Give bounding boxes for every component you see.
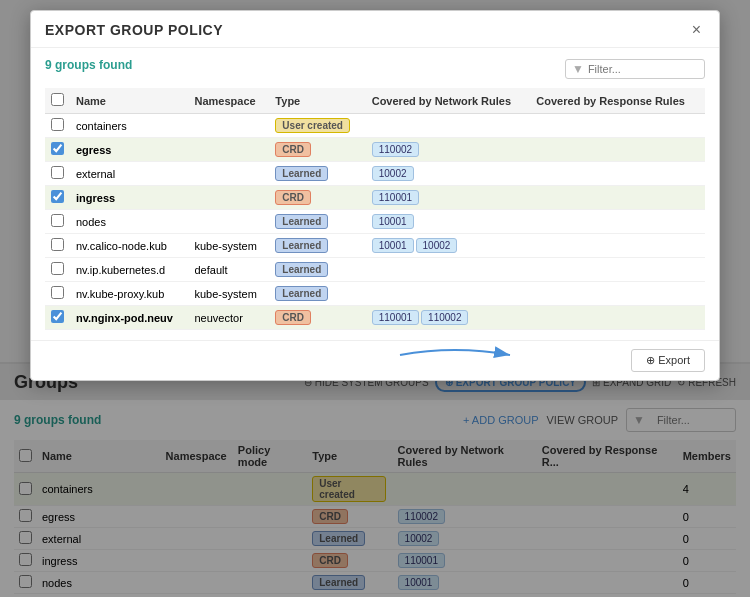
row-network-rules: 110001 — [366, 186, 531, 210]
col-namespace: Namespace — [189, 88, 270, 114]
row-response-rules — [530, 138, 705, 162]
row-checkbox-cell — [45, 186, 70, 210]
row-response-rules — [530, 186, 705, 210]
row-name: nv.calico-node.kub — [70, 234, 189, 258]
modal-header: EXPORT GROUP POLICY × — [31, 11, 719, 48]
network-rule-badge: 10001 — [372, 214, 414, 229]
row-namespace: neuvector — [189, 306, 270, 330]
type-badge: CRD — [275, 310, 311, 325]
row-checkbox[interactable] — [51, 286, 64, 299]
row-type: Learned — [269, 234, 365, 258]
row-checkbox[interactable] — [51, 166, 64, 179]
table-row: nv.calico-node.kubkube-systemLearned1000… — [45, 234, 705, 258]
select-all-checkbox[interactable] — [51, 93, 64, 106]
modal-close-button[interactable]: × — [688, 21, 705, 39]
export-modal: EXPORT GROUP POLICY × 9 groups found ▼ N… — [30, 10, 720, 381]
row-namespace — [189, 186, 270, 210]
type-badge: CRD — [275, 190, 311, 205]
col-response-rules: Covered by Response Rules — [530, 88, 705, 114]
row-checkbox[interactable] — [51, 238, 64, 251]
row-namespace — [189, 210, 270, 234]
row-response-rules — [530, 114, 705, 138]
row-checkbox-cell — [45, 258, 70, 282]
table-row: nv.nginx-pod.neuvneuvectorCRD11000111000… — [45, 306, 705, 330]
table-row: egressCRD110002 — [45, 138, 705, 162]
table-row: containersUser created — [45, 114, 705, 138]
network-rule-badge: 10001 — [372, 238, 414, 253]
row-checkbox[interactable] — [51, 142, 64, 155]
row-checkbox-cell — [45, 114, 70, 138]
row-checkbox[interactable] — [51, 262, 64, 275]
row-name: nv.nginx-pod.neuv — [70, 306, 189, 330]
row-namespace — [189, 138, 270, 162]
network-rule-badge: 110001 — [372, 190, 419, 205]
row-name: ingress — [70, 186, 189, 210]
table-row: ingressCRD110001 — [45, 186, 705, 210]
row-checkbox[interactable] — [51, 190, 64, 203]
modal-table: Name Namespace Type Covered by Network R… — [45, 88, 705, 330]
row-type: CRD — [269, 186, 365, 210]
row-checkbox-cell — [45, 162, 70, 186]
table-row: nv.ip.kubernetes.ddefaultLearned — [45, 258, 705, 282]
row-type: Learned — [269, 162, 365, 186]
row-type: CRD — [269, 306, 365, 330]
row-response-rules — [530, 210, 705, 234]
modal-body: 9 groups found ▼ Name Namespace Type Cov… — [31, 48, 719, 340]
row-network-rules: 110001110002 — [366, 306, 531, 330]
row-namespace — [189, 114, 270, 138]
export-button[interactable]: ⊕ Export — [631, 349, 705, 372]
row-network-rules — [366, 282, 531, 306]
arrow-indicator — [390, 340, 520, 373]
col-checkbox — [45, 88, 70, 114]
modal-title: EXPORT GROUP POLICY — [45, 22, 223, 38]
row-type: Learned — [269, 210, 365, 234]
row-checkbox[interactable] — [51, 310, 64, 323]
row-checkbox[interactable] — [51, 118, 64, 131]
row-network-rules: 1000110002 — [366, 234, 531, 258]
network-rule-badge: 10002 — [416, 238, 458, 253]
network-rule-badge: 10002 — [372, 166, 414, 181]
modal-filter-icon: ▼ — [572, 62, 584, 76]
row-response-rules — [530, 258, 705, 282]
modal-groups-found: 9 groups found — [45, 58, 132, 72]
row-name: external — [70, 162, 189, 186]
row-network-rules: 110002 — [366, 138, 531, 162]
row-name: egress — [70, 138, 189, 162]
row-type: Learned — [269, 258, 365, 282]
col-type: Type — [269, 88, 365, 114]
row-network-rules: 10001 — [366, 210, 531, 234]
row-namespace: kube-system — [189, 282, 270, 306]
row-namespace: kube-system — [189, 234, 270, 258]
table-row: nodesLearned10001 — [45, 210, 705, 234]
row-type: User created — [269, 114, 365, 138]
modal-filter-wrapper: ▼ — [565, 59, 705, 79]
row-namespace — [189, 162, 270, 186]
type-badge: Learned — [275, 166, 328, 181]
row-name: nv.ip.kubernetes.d — [70, 258, 189, 282]
row-network-rules: 10002 — [366, 162, 531, 186]
row-checkbox-cell — [45, 234, 70, 258]
row-type: Learned — [269, 282, 365, 306]
row-name: containers — [70, 114, 189, 138]
row-response-rules — [530, 234, 705, 258]
row-response-rules — [530, 162, 705, 186]
type-badge: Learned — [275, 262, 328, 277]
row-checkbox[interactable] — [51, 214, 64, 227]
row-name: nodes — [70, 210, 189, 234]
table-row: nv.kube-proxy.kubkube-systemLearned — [45, 282, 705, 306]
table-row: externalLearned10002 — [45, 162, 705, 186]
network-rule-badge: 110001 — [372, 310, 419, 325]
row-checkbox-cell — [45, 282, 70, 306]
col-network-rules: Covered by Network Rules — [366, 88, 531, 114]
row-name: nv.kube-proxy.kub — [70, 282, 189, 306]
row-checkbox-cell — [45, 210, 70, 234]
modal-filter-input[interactable] — [588, 63, 698, 75]
network-rule-badge: 110002 — [421, 310, 468, 325]
type-badge: Learned — [275, 238, 328, 253]
type-badge: User created — [275, 118, 350, 133]
type-badge: Learned — [275, 214, 328, 229]
row-namespace: default — [189, 258, 270, 282]
col-name: Name — [70, 88, 189, 114]
type-badge: CRD — [275, 142, 311, 157]
type-badge: Learned — [275, 286, 328, 301]
